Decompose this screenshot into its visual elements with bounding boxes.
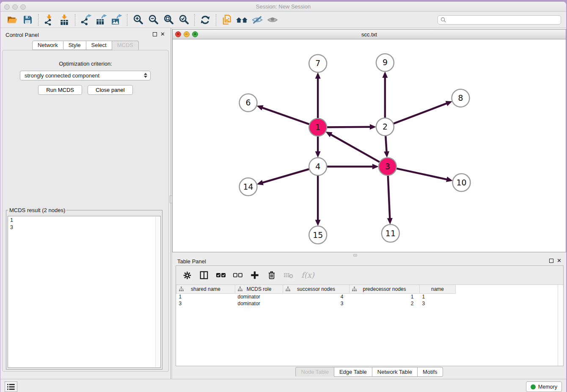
graph-node-label-2: 2: [383, 122, 388, 131]
table-row[interactable]: 1dominator411: [176, 293, 456, 300]
network-graph[interactable]: 7968124314101511: [173, 39, 566, 252]
network-window-titlebar: ✕ − + scc.txt: [173, 30, 566, 39]
edge-2-3[interactable]: [385, 136, 387, 153]
zoom-in-icon[interactable]: [130, 13, 146, 27]
table-cell[interactable]: dominator: [235, 293, 283, 300]
table-cell[interactable]: 2: [350, 300, 420, 307]
add-column-icon[interactable]: [250, 270, 260, 280]
optimization-select[interactable]: strongly connected component: [20, 71, 151, 80]
control-panel-tabs: NetworkStyleSelectMCDS: [0, 41, 171, 50]
arrowhead-4-15: [315, 220, 321, 226]
first-neighbors-icon[interactable]: [219, 13, 234, 27]
edge-1-2[interactable]: [327, 127, 371, 127]
tab-edge-table[interactable]: Edge Table: [334, 367, 372, 377]
edge-3-1[interactable]: [330, 134, 380, 162]
zoom-selected-icon[interactable]: [176, 13, 191, 27]
select-all-icon[interactable]: [216, 270, 226, 280]
column-header-successor-nodes[interactable]: successor nodes: [283, 285, 350, 293]
graph-node-label-11: 11: [385, 229, 396, 238]
delete-table-icon: [284, 270, 294, 280]
column-header-name[interactable]: name: [420, 285, 456, 293]
right-column: ✕ − + scc.txt 7968124314101511 Table Pan…: [172, 28, 566, 379]
mcds-panel: Optimization criterion: strongly connect…: [2, 50, 169, 372]
table-cell[interactable]: 3: [176, 300, 235, 307]
import-table-icon[interactable]: [57, 13, 72, 27]
mcds-result-line: 3: [10, 224, 158, 231]
edge-4-14[interactable]: [261, 169, 309, 183]
table-scrollbar[interactable]: [558, 285, 563, 366]
graph-node-label-3: 3: [385, 162, 390, 171]
graph-node-label-9: 9: [383, 58, 388, 67]
edge-3-10[interactable]: [396, 168, 448, 179]
save-session-icon[interactable]: [20, 13, 35, 27]
graph-node-label-7: 7: [315, 58, 320, 68]
tab-network-table[interactable]: Network Table: [372, 367, 418, 377]
refresh-icon[interactable]: [198, 13, 213, 27]
table-cell[interactable]: dominator: [235, 300, 283, 307]
task-history-button[interactable]: [5, 381, 17, 392]
float-table-panel-icon[interactable]: [549, 259, 553, 263]
column-header-MCDS-role[interactable]: MCDS role: [235, 285, 283, 293]
export-table-icon[interactable]: [94, 13, 109, 27]
arrowhead-3-10: [446, 177, 453, 182]
table-cell[interactable]: 1: [350, 293, 420, 300]
show-all-icon[interactable]: [265, 13, 280, 27]
import-network-icon[interactable]: [41, 13, 57, 27]
hide-selected-icon[interactable]: [250, 13, 265, 27]
table-row[interactable]: 3dominator323: [176, 300, 456, 307]
tab-motifs[interactable]: Motifs: [418, 367, 443, 377]
table-cell[interactable]: 1: [420, 293, 456, 300]
graph-node-label-4: 4: [315, 162, 320, 171]
control-panel: Control Panel ✕ NetworkStyleSelectMCDS O…: [0, 28, 171, 379]
tab-select[interactable]: Select: [86, 41, 112, 50]
open-session-icon[interactable]: [5, 13, 20, 27]
function-builder-icon: f(x): [300, 270, 317, 280]
close-panel-icon[interactable]: ✕: [160, 31, 165, 37]
graph-node-label-1: 1: [315, 122, 320, 132]
memory-button[interactable]: Memory: [526, 381, 562, 392]
close-panel-button[interactable]: Close panel: [88, 85, 133, 95]
tab-node-table[interactable]: Node Table: [295, 367, 334, 377]
memory-status-icon: [531, 384, 536, 389]
arrowhead-4-3: [372, 164, 379, 169]
column-header-predecessor-nodes[interactable]: predecessor nodes: [350, 285, 420, 293]
home-views-icon[interactable]: [234, 13, 250, 27]
table-cell[interactable]: 3: [420, 300, 456, 307]
close-table-panel-icon[interactable]: ✕: [557, 257, 561, 264]
settings-gear-icon[interactable]: [182, 270, 192, 280]
network-view-window: ✕ − + scc.txt 7968124314101511: [172, 29, 566, 252]
table-toolbar: f(x): [176, 266, 563, 285]
search-field[interactable]: [438, 15, 561, 25]
main-area: Control Panel ✕ NetworkStyleSelectMCDS O…: [0, 28, 566, 379]
column-selector-icon[interactable]: [199, 270, 209, 280]
search-input[interactable]: [446, 17, 561, 23]
mcds-result-area[interactable]: 13: [8, 216, 161, 368]
edge-1-6[interactable]: [261, 108, 310, 124]
tab-network[interactable]: Network: [32, 41, 63, 50]
column-header-shared-name[interactable]: shared name: [176, 285, 235, 293]
float-panel-icon[interactable]: [153, 32, 157, 36]
run-mcds-button[interactable]: Run MCDS: [38, 85, 82, 95]
node-table[interactable]: shared nameMCDS rolesuccessor nodesprede…: [176, 285, 456, 307]
arrowhead-3-11: [387, 218, 393, 224]
edge-2-8[interactable]: [394, 103, 448, 124]
arrowhead-1-4: [315, 151, 321, 157]
table-cell[interactable]: 3: [283, 300, 350, 307]
deselect-all-icon[interactable]: [233, 270, 243, 280]
delete-column-icon[interactable]: [267, 270, 277, 280]
arrowhead-2-3: [384, 151, 389, 157]
toolbar-separator: [75, 14, 75, 26]
result-scrollbar[interactable]: [155, 217, 160, 367]
search-icon: [440, 17, 446, 23]
export-image-icon[interactable]: [109, 13, 124, 27]
network-canvas[interactable]: 7968124314101511: [173, 39, 566, 252]
zoom-out-icon[interactable]: [146, 13, 161, 27]
table-cell[interactable]: 1: [176, 293, 235, 300]
tab-style[interactable]: Style: [63, 41, 86, 50]
zoom-fit-icon[interactable]: [161, 13, 176, 27]
tab-mcds[interactable]: MCDS: [112, 41, 139, 50]
export-network-icon[interactable]: [78, 13, 94, 27]
edge-3-11[interactable]: [388, 175, 390, 219]
table-cell[interactable]: 4: [283, 293, 350, 300]
control-panel-header: Control Panel ✕: [0, 28, 171, 41]
